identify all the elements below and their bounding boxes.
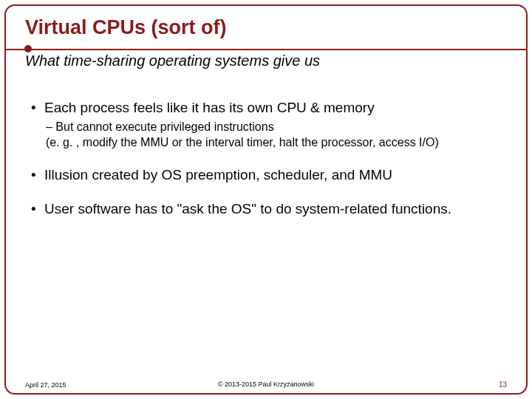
bullet-list: Each process feels like it has its own C… [25, 99, 507, 218]
title-dot-icon [24, 45, 32, 52]
slide-title: Virtual CPUs (sort of) [25, 16, 227, 39]
title-row: Virtual CPUs (sort of) [25, 16, 507, 39]
footer-page-number: 13 [499, 381, 507, 389]
slide-footer: April 27, 2015 © 2013-2015 Paul Krzyzano… [25, 381, 507, 389]
footer-date: April 27, 2015 [25, 381, 66, 389]
bullet-text: User software has to "ask the OS" to do … [44, 201, 451, 216]
slide-content: Virtual CPUs (sort of) What time-sharing… [4, 4, 528, 395]
list-item: Illusion created by OS preemption, sched… [31, 166, 507, 184]
list-item: User software has to "ask the OS" to do … [31, 200, 507, 218]
title-rule [4, 49, 528, 50]
footer-copyright: © 2013-2015 Paul Krzyzanowski [25, 381, 507, 388]
slide-subtitle: What time-sharing operating systems give… [25, 52, 507, 69]
bullet-text: Each process feels like it has its own C… [44, 100, 375, 115]
list-item: Each process feels like it has its own C… [31, 99, 507, 150]
bullet-subtext: – But cannot execute privileged instruct… [44, 120, 507, 151]
bullet-text: Illusion created by OS preemption, sched… [44, 167, 392, 183]
